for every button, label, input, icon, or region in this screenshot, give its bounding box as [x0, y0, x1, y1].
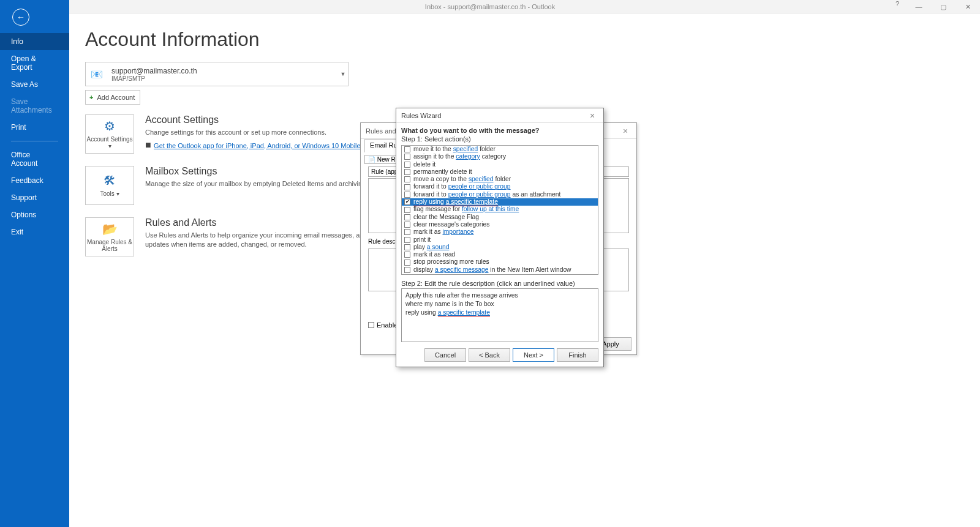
- action-item[interactable]: permanently delete it: [402, 168, 598, 176]
- rules-icon: 📂: [102, 222, 118, 236]
- wizard-close-button[interactable]: ×: [586, 111, 598, 121]
- sidebar-item-save-as[interactable]: Save As: [0, 76, 69, 93]
- action-item[interactable]: stop processing more rules: [402, 258, 598, 266]
- sidebar-item-options[interactable]: Options: [0, 206, 69, 223]
- action-link[interactable]: people or public group: [448, 183, 511, 190]
- wizard-back-button[interactable]: < Back: [469, 348, 510, 362]
- plus-icon: +: [89, 94, 93, 101]
- mailbox-settings-desc: Manage the size of your mailbox by empty…: [145, 179, 368, 189]
- action-item[interactable]: play a sound: [402, 244, 598, 251]
- sidebar-item-info[interactable]: Info: [0, 33, 69, 50]
- action-item[interactable]: ✔reply using a specific template: [402, 198, 598, 206]
- action-link[interactable]: people or public group: [448, 191, 511, 198]
- action-checkbox[interactable]: [404, 274, 410, 275]
- tools-tile[interactable]: 🛠 Tools ▾: [85, 166, 134, 205]
- add-account-label: Add Account: [97, 94, 135, 101]
- close-button[interactable]: ✕: [956, 0, 980, 13]
- action-link[interactable]: specified: [469, 176, 494, 182]
- sidebar-separator: [11, 141, 58, 141]
- action-checkbox[interactable]: [404, 176, 410, 182]
- action-checkbox[interactable]: [404, 169, 410, 175]
- action-item[interactable]: display a Desktop Alert: [402, 274, 598, 275]
- action-link[interactable]: a specific message: [435, 266, 489, 273]
- rule-description-editor: Apply this rule after the message arrive…: [401, 288, 598, 342]
- sidebar-item-feedback[interactable]: Feedback: [0, 172, 69, 189]
- maximize-button[interactable]: ▢: [931, 0, 956, 13]
- action-item[interactable]: mark it as importance: [402, 228, 598, 236]
- help-button[interactable]: ?: [888, 0, 907, 7]
- specific-template-link[interactable]: a specific template: [438, 309, 490, 316]
- action-checkbox[interactable]: [404, 260, 410, 266]
- action-checkbox[interactable]: [404, 222, 410, 228]
- desc-line3: reply using a specific template: [405, 308, 594, 317]
- add-account-button[interactable]: + Add Account: [85, 90, 140, 105]
- sidebar-item-support[interactable]: Support: [0, 189, 69, 206]
- action-checkbox[interactable]: [404, 237, 410, 243]
- action-item[interactable]: forward it to people or public group as …: [402, 191, 598, 198]
- action-checkbox[interactable]: [404, 229, 410, 235]
- action-item[interactable]: flag message for follow up at this time: [402, 206, 598, 213]
- wizard-question: What do you want to do with the message?: [401, 127, 598, 134]
- titlebar: Inbox - support@mailmaster.co.th - Outlo…: [0, 0, 980, 13]
- action-item[interactable]: move a copy to the specified folder: [402, 176, 598, 183]
- wizard-next-button[interactable]: Next >: [513, 348, 554, 362]
- wizard-step1-label: Step 1: Select action(s): [401, 135, 598, 143]
- action-checkbox[interactable]: [404, 154, 410, 160]
- mailbox-settings-heading: Mailbox Settings: [145, 166, 368, 177]
- action-checkbox[interactable]: ✔: [404, 199, 410, 205]
- get-outlook-app-link[interactable]: Get the Outlook app for iPhone, iPad, An…: [154, 142, 363, 149]
- manage-rules-tile[interactable]: 📂 Manage Rules & Alerts: [85, 217, 134, 256]
- back-button[interactable]: ←: [12, 9, 29, 26]
- action-item[interactable]: assign it to the category category: [402, 153, 598, 160]
- action-item[interactable]: delete it: [402, 161, 598, 168]
- sidebar-item-office-account[interactable]: Office Account: [0, 146, 69, 172]
- action-item[interactable]: print it: [402, 236, 598, 244]
- action-link[interactable]: importance: [443, 228, 474, 235]
- sidebar-item-print[interactable]: Print: [0, 119, 69, 136]
- desc-line1: Apply this rule after the message arrive…: [405, 291, 594, 300]
- action-item[interactable]: clear message's categories: [402, 221, 598, 228]
- wizard-step2-label: Step 2: Edit the rule description (click…: [401, 280, 598, 287]
- action-item[interactable]: forward it to people or public group: [402, 183, 598, 190]
- wizard-finish-button[interactable]: Finish: [557, 348, 598, 362]
- action-item[interactable]: move it to the specified folder: [402, 146, 598, 153]
- account-icon: 📧: [86, 62, 108, 86]
- chevron-down-icon: ▼: [338, 71, 348, 77]
- action-link[interactable]: category: [456, 153, 480, 160]
- account-settings-tile[interactable]: ⚙ Account Settings ▾: [85, 114, 134, 154]
- sidebar-item-exit[interactable]: Exit: [0, 223, 69, 241]
- action-checkbox[interactable]: [404, 267, 410, 273]
- sidebar-item-save-attachments: Save Attachments: [0, 93, 69, 119]
- action-checkbox[interactable]: [404, 162, 410, 168]
- rules-alerts-close-button[interactable]: ×: [619, 126, 631, 136]
- action-link[interactable]: a sound: [427, 244, 450, 250]
- rules-wizard-dialog: Rules Wizard × What do you want to do wi…: [396, 108, 604, 367]
- wizard-title: Rules Wizard: [401, 112, 441, 119]
- window-title: Inbox - support@mailmaster.co.th - Outlo…: [425, 3, 555, 10]
- sidebar-item-open-export[interactable]: Open & Export: [0, 50, 69, 76]
- action-link[interactable]: specified: [453, 146, 478, 152]
- page-title: Account Information: [85, 28, 964, 51]
- action-item[interactable]: mark it as read: [402, 251, 598, 258]
- action-item[interactable]: clear the Message Flag: [402, 214, 598, 221]
- actions-list[interactable]: move it to the specified folderassign it…: [401, 145, 598, 275]
- backstage-sidebar: ← Info Open & Export Save As Save Attach…: [0, 0, 69, 527]
- account-protocol: IMAP/SMTP: [111, 75, 334, 82]
- action-checkbox[interactable]: [404, 252, 410, 258]
- minimize-button[interactable]: —: [907, 0, 931, 13]
- account-dropdown[interactable]: 📧 support@mailmaster.co.th IMAP/SMTP ▼: [85, 62, 349, 86]
- action-checkbox[interactable]: [404, 192, 410, 198]
- desc-line2: where my name is in the To box: [405, 300, 594, 308]
- account-settings-heading: Account Settings: [145, 114, 363, 125]
- action-item[interactable]: display a specific message in the New It…: [402, 266, 598, 274]
- action-link[interactable]: follow up at this time: [462, 206, 519, 212]
- action-checkbox[interactable]: [404, 184, 410, 190]
- action-link[interactable]: a specific template: [446, 198, 498, 205]
- action-checkbox[interactable]: [404, 244, 410, 250]
- wizard-cancel-button[interactable]: Cancel: [424, 348, 466, 362]
- action-checkbox[interactable]: [404, 146, 410, 152]
- account-email: support@mailmaster.co.th: [111, 67, 334, 75]
- enable-rss-checkbox[interactable]: [368, 322, 374, 328]
- action-checkbox[interactable]: [404, 207, 410, 213]
- action-checkbox[interactable]: [404, 214, 410, 220]
